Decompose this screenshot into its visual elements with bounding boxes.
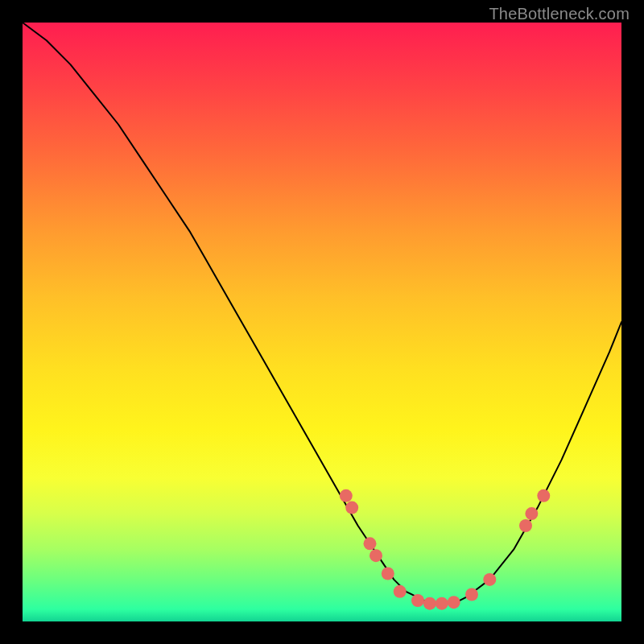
marker-9	[436, 597, 448, 610]
marker-4	[369, 549, 382, 562]
marker-1	[340, 489, 353, 502]
marker-11	[465, 588, 478, 601]
marker-3	[364, 537, 377, 550]
marker-14	[525, 507, 538, 520]
marker-7	[411, 594, 424, 607]
marker-2	[345, 502, 358, 514]
marker-5	[382, 568, 394, 580]
chart-plot-area	[23, 23, 621, 621]
marker-15	[537, 489, 550, 502]
marker-12	[483, 573, 496, 586]
marker-8	[423, 597, 436, 610]
marker-6	[394, 585, 407, 598]
watermark-text: TheBottleneck.com	[489, 5, 630, 23]
marker-10	[448, 596, 460, 609]
marker-group	[340, 489, 551, 610]
marker-13	[519, 519, 532, 532]
chart-svg	[23, 23, 621, 621]
